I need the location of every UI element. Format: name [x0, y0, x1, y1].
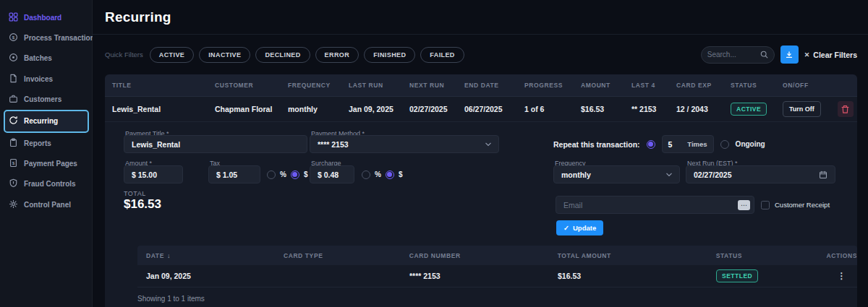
sidebar-item-fraud-controls[interactable]: Fraud Controls: [0, 174, 92, 194]
clipboard-icon: [9, 138, 18, 149]
filter-pill-declined[interactable]: DECLINED: [255, 47, 310, 63]
sidebar-item-dashboard[interactable]: Dashboard: [0, 7, 92, 27]
surcharge-percent-radio[interactable]: [362, 170, 370, 179]
col-title: TITLE: [112, 82, 215, 89]
repeat-times-field[interactable]: 5 Times: [662, 135, 714, 153]
delete-button[interactable]: [838, 101, 854, 117]
pagination-summary: Showing 1 to 1 items: [137, 295, 857, 303]
sidebar-item-payment-pages[interactable]: $ Payment Pages: [0, 153, 92, 173]
sidebar-item-control-panel[interactable]: Control Panel: [0, 194, 92, 215]
page-title: Recurring: [105, 9, 171, 25]
surcharge-dollar-radio[interactable]: [386, 170, 394, 179]
filter-pill-error[interactable]: ERROR: [315, 47, 359, 63]
tax-input[interactable]: [216, 170, 252, 179]
calendar-icon: [819, 170, 827, 179]
sidebar-item-process-transaction[interactable]: $ Process Transaction: [0, 27, 92, 48]
sidebar-item-label: Reports: [24, 139, 51, 147]
row-actions-menu-button[interactable]: ⋮: [838, 271, 847, 281]
cell-progress: 1 of 6: [524, 105, 581, 113]
recurring-table-row[interactable]: Lewis_Rental Chapman Floral monthly Jan …: [105, 97, 857, 122]
tax-percent-label: %: [280, 170, 286, 178]
total-label: TOTAL: [124, 190, 146, 197]
cell-card-number: **** 2153: [409, 272, 558, 280]
dollar-circle-icon: $: [9, 33, 18, 43]
sidebar-item-reports[interactable]: Reports: [0, 133, 92, 153]
repeat-times-radio[interactable]: [647, 140, 655, 149]
cell-next-run: 02/27/2025: [409, 105, 464, 113]
col-card-type: CARD TYPE: [284, 252, 409, 259]
tax-unit-radios: % $: [267, 165, 307, 183]
sort-desc-icon[interactable]: ↓: [167, 252, 171, 259]
col-frequency: FREQUENCY: [288, 82, 349, 89]
next-run-date-field[interactable]: 02/27/2025: [686, 165, 835, 183]
cell-last4: ** 2153: [631, 105, 676, 113]
tax-dollar-radio[interactable]: [291, 170, 299, 179]
document-icon: [9, 74, 18, 85]
email-input[interactable]: [563, 201, 746, 209]
repeat-transaction-group: Repeat this transaction: 5 Times Ongoing: [553, 135, 765, 153]
tax-percent-radio[interactable]: [267, 170, 276, 179]
filter-pill-finished[interactable]: FINISHED: [364, 47, 415, 63]
customer-receipt-group: Customer Receipt: [761, 196, 830, 214]
amount-field-wrap: [124, 165, 183, 183]
sidebar-item-recurring[interactable]: Recurring: [4, 110, 89, 133]
next-run-value: 02/27/2025: [694, 170, 732, 179]
cell-card-exp: 12 / 2043: [676, 105, 731, 113]
customer-receipt-checkbox[interactable]: [761, 201, 770, 209]
cell-end-date: 06/27/2025: [464, 105, 524, 113]
payment-title-input[interactable]: [132, 140, 299, 149]
clear-filters-button[interactable]: ✕ Clear Filters: [804, 51, 857, 59]
sidebar-item-label: Control Panel: [24, 201, 71, 209]
main-content: Recurring Quick Filters ACTIVE INACTIVE …: [93, 0, 868, 307]
col-last4: LAST 4: [631, 82, 676, 89]
tax-dollar-label: $: [304, 170, 308, 178]
svg-text:$: $: [12, 35, 15, 40]
sidebar-item-invoices[interactable]: Invoices: [0, 69, 92, 89]
col-date[interactable]: DATE: [146, 252, 164, 259]
gear-icon: [9, 199, 18, 210]
sidebar-item-customers[interactable]: Customers: [0, 90, 92, 110]
turn-off-button[interactable]: Turn Off: [783, 101, 821, 117]
col-next-run: NEXT RUN: [409, 82, 464, 89]
update-button-label: Update: [573, 224, 596, 232]
check-icon: ✓: [563, 224, 569, 232]
cell-last-run: Jan 09, 2025: [349, 105, 409, 113]
sidebar-item-label: Recurring: [24, 117, 58, 125]
sidebar-item-batches[interactable]: Batches: [0, 48, 92, 69]
cell-customer: Chapman Floral: [215, 105, 288, 113]
close-icon: ✕: [804, 51, 810, 59]
filter-pill-inactive[interactable]: INACTIVE: [199, 47, 250, 63]
cell-title: Lewis_Rental: [112, 105, 215, 113]
search-box[interactable]: [701, 46, 775, 64]
cell-date: Jan 09, 2025: [146, 272, 284, 280]
customer-receipt-label: Customer Receipt: [775, 201, 830, 209]
col-history-status: STATUS: [716, 252, 827, 259]
recurring-edit-form: Payment Title * Payment Method * **** 21…: [105, 122, 857, 246]
col-card-number: CARD NUMBER: [409, 252, 558, 259]
surcharge-field-wrap: [310, 165, 354, 183]
update-button[interactable]: ✓ Update: [556, 220, 603, 235]
email-options-button[interactable]: ⋯: [738, 200, 750, 210]
cell-total-amount: $16.53: [558, 272, 716, 280]
page-header: Recurring: [93, 0, 868, 35]
amount-input[interactable]: [132, 170, 175, 179]
search-input[interactable]: [707, 51, 757, 59]
surcharge-percent-label: %: [375, 170, 381, 178]
history-table-header: DATE↓ CARD TYPE CARD NUMBER TOTAL AMOUNT…: [137, 246, 857, 265]
col-actions: ACTIONS: [827, 252, 857, 259]
status-badge-active: ACTIVE: [731, 103, 767, 116]
quick-filters-label: Quick Filters: [105, 51, 143, 59]
surcharge-unit-radios: % $: [362, 165, 402, 183]
payment-method-select[interactable]: **** 2153: [310, 135, 499, 153]
filter-pill-active[interactable]: ACTIVE: [150, 47, 194, 63]
col-total-amount: TOTAL AMOUNT: [558, 252, 716, 259]
export-download-button[interactable]: [780, 46, 799, 64]
history-table: DATE↓ CARD TYPE CARD NUMBER TOTAL AMOUNT…: [137, 246, 857, 287]
surcharge-input[interactable]: [318, 170, 346, 179]
repeat-ongoing-radio[interactable]: [720, 140, 729, 149]
filter-pill-failed[interactable]: FAILED: [420, 47, 464, 63]
frequency-select[interactable]: monthly: [553, 165, 680, 183]
email-field-wrap: ⋯: [556, 196, 754, 214]
trash-icon: [841, 105, 850, 114]
col-status: STATUS: [731, 82, 783, 89]
